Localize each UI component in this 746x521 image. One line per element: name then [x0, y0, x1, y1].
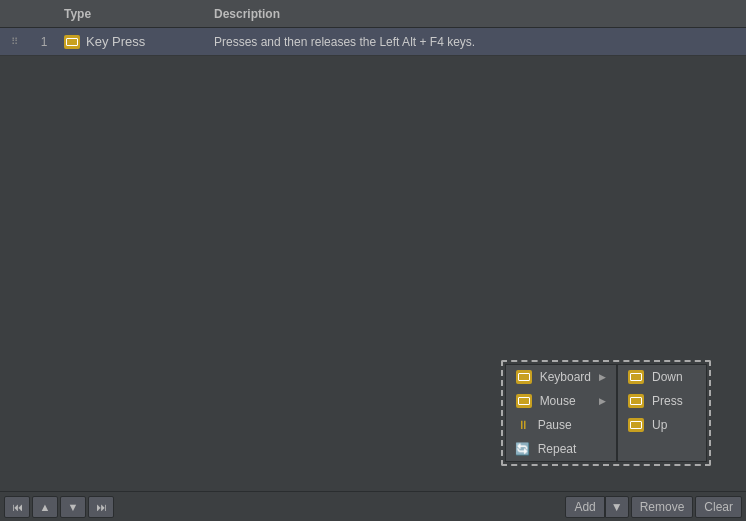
ctx-press-icon	[628, 394, 644, 408]
ctx-pause-label: Pause	[538, 418, 572, 432]
nav-down-icon: ▼	[68, 501, 79, 513]
ctx-up[interactable]: Up	[618, 413, 706, 437]
context-menu: Keyboard Mouse ⏸ Pause 🔄 Repeat Down Pre…	[501, 360, 711, 466]
ctx-down[interactable]: Down	[618, 365, 706, 389]
keyboard-icon	[64, 35, 80, 49]
nav-up-icon: ▲	[40, 501, 51, 513]
add-dropdown-icon: ▼	[611, 500, 623, 514]
clear-label: Clear	[704, 500, 733, 514]
add-label: Add	[574, 500, 595, 514]
nav-last-icon: ⏭	[96, 501, 107, 513]
ctx-repeat[interactable]: 🔄 Repeat	[506, 437, 616, 461]
clear-button[interactable]: Clear	[695, 496, 742, 518]
bottom-bar: ⏮ ▲ ▼ ⏭ Add ▼ Remove Clear	[0, 491, 746, 521]
ctx-keyboard[interactable]: Keyboard	[506, 365, 616, 389]
ctx-press-label: Press	[652, 394, 683, 408]
remove-label: Remove	[640, 500, 685, 514]
ctx-up-label: Up	[652, 418, 667, 432]
ctx-pause-icon: ⏸	[516, 418, 530, 432]
col-desc-header: Description	[210, 7, 746, 21]
action-buttons: Add ▼ Remove Clear	[565, 496, 742, 518]
ctx-down-label: Down	[652, 370, 683, 384]
ctx-mouse[interactable]: Mouse	[506, 389, 616, 413]
add-group: Add ▼	[565, 496, 628, 518]
ctx-down-icon	[628, 370, 644, 384]
nav-first-button[interactable]: ⏮	[4, 496, 30, 518]
add-dropdown-button[interactable]: ▼	[605, 496, 629, 518]
ctx-up-icon	[628, 418, 644, 432]
nav-down-button[interactable]: ▼	[60, 496, 86, 518]
ctx-pause[interactable]: ⏸ Pause	[506, 413, 616, 437]
row-description: Presses and then releases the Left Alt +…	[210, 35, 746, 49]
table-row[interactable]: ⠿ 1 Key Press Presses and then releases …	[0, 28, 746, 56]
nav-buttons: ⏮ ▲ ▼ ⏭	[4, 496, 114, 518]
ctx-keyboard-icon	[516, 370, 532, 384]
context-menu-right: Down Press Up	[617, 364, 707, 462]
add-button[interactable]: Add	[565, 496, 604, 518]
remove-button[interactable]: Remove	[631, 496, 694, 518]
col-type-header: Type	[60, 7, 210, 21]
ctx-repeat-icon: 🔄	[516, 442, 530, 456]
ctx-mouse-label: Mouse	[540, 394, 576, 408]
ctx-repeat-label: Repeat	[538, 442, 577, 456]
row-type: Key Press	[60, 34, 210, 49]
nav-first-icon: ⏮	[12, 501, 23, 513]
table-header: Type Description	[0, 0, 746, 28]
ctx-press[interactable]: Press	[618, 389, 706, 413]
ctx-mouse-icon	[516, 394, 532, 408]
nav-last-button[interactable]: ⏭	[88, 496, 114, 518]
row-type-label: Key Press	[86, 34, 145, 49]
context-menu-left: Keyboard Mouse ⏸ Pause 🔄 Repeat	[505, 364, 617, 462]
drag-handle: ⠿	[0, 36, 28, 47]
nav-up-button[interactable]: ▲	[32, 496, 58, 518]
ctx-keyboard-label: Keyboard	[540, 370, 591, 384]
row-number: 1	[28, 35, 60, 49]
